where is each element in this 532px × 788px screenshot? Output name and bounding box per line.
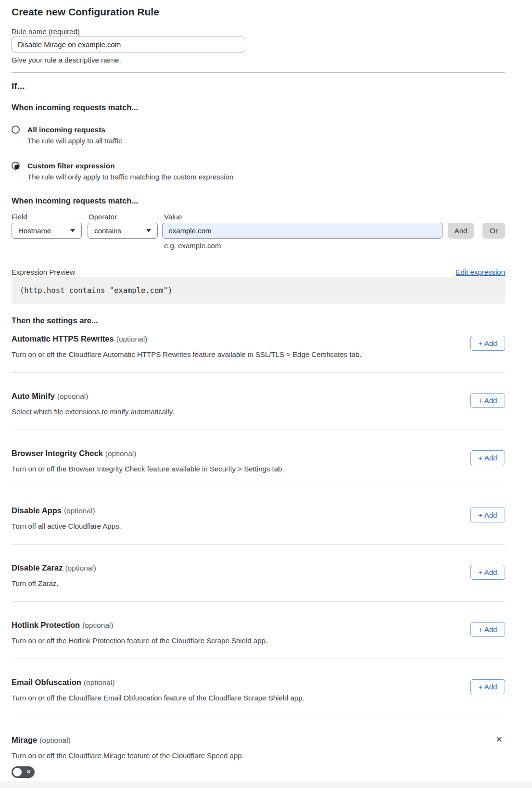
optional-suffix: (optional) bbox=[116, 335, 148, 343]
optional-suffix: (optional) bbox=[57, 392, 89, 400]
add-button[interactable]: + Add bbox=[470, 622, 505, 637]
add-button[interactable]: + Add bbox=[470, 679, 505, 694]
setting-name: Email Obfuscation bbox=[12, 678, 81, 686]
toggle-x-icon: ✕ bbox=[26, 769, 31, 775]
setting-title: Hotlink Protection(optional) bbox=[12, 620, 267, 630]
setting-name: Disable Apps bbox=[12, 506, 62, 515]
expression-builder-heading: When incoming requests match... bbox=[12, 196, 505, 205]
radio-description: The rule will apply to all traffic bbox=[27, 137, 122, 145]
optional-suffix: (optional) bbox=[105, 449, 137, 458]
field-select-value: Hostname bbox=[18, 227, 51, 235]
add-button[interactable]: + Add bbox=[470, 508, 505, 522]
footer-band bbox=[0, 781, 532, 788]
value-input[interactable] bbox=[162, 223, 443, 239]
setting-description: Turn on or off the Cloudflare Automatic … bbox=[12, 350, 361, 359]
chevron-down-icon bbox=[146, 229, 151, 232]
page-title: Create new Configuration Rule bbox=[12, 6, 505, 18]
rule-name-label: Rule name (required) bbox=[12, 27, 505, 36]
setting-row-auto-minify: Auto Minify(optional) Select which file … bbox=[12, 373, 505, 430]
setting-description: Turn off Zaraz. bbox=[12, 579, 96, 588]
field-column-label: Field bbox=[12, 213, 83, 221]
optional-suffix: (optional) bbox=[64, 507, 95, 515]
optional-suffix: (optional) bbox=[39, 736, 71, 744]
radio-button-icon[interactable] bbox=[12, 126, 20, 134]
setting-info: Hotlink Protection(optional) Turn on or … bbox=[12, 620, 267, 645]
operator-select[interactable]: contains bbox=[88, 223, 158, 239]
field-select[interactable]: Hostname bbox=[12, 223, 82, 239]
setting-title: Disable Zaraz(optional) bbox=[12, 563, 96, 573]
setting-title: Browser Integrity Check(optional) bbox=[12, 448, 284, 458]
radio-label: Custom filter expression bbox=[27, 161, 233, 170]
radio-button-icon[interactable] bbox=[12, 162, 20, 170]
add-button[interactable]: + Add bbox=[470, 336, 505, 351]
setting-name: Automatic HTTPS Rewrites bbox=[12, 334, 114, 343]
and-button[interactable]: And bbox=[448, 223, 474, 239]
setting-description: Turn on or off the Hotlink Protection fe… bbox=[12, 636, 267, 645]
settings-heading: Then the settings are... bbox=[12, 316, 505, 325]
rule-name-input[interactable] bbox=[12, 37, 245, 52]
if-heading: If... bbox=[12, 81, 505, 91]
setting-row-disable-apps: Disable Apps(optional) Turn off all acti… bbox=[12, 487, 505, 545]
expression-preview-label: Expression Preview bbox=[12, 268, 75, 276]
setting-info: Automatic HTTPS Rewrites(optional) Turn … bbox=[12, 334, 361, 359]
setting-row-email-obfuscation: Email Obfuscation(optional) Turn on or o… bbox=[12, 659, 505, 716]
radio-custom-filter-expression[interactable]: Custom filter expression The rule will o… bbox=[12, 161, 505, 181]
operator-column-label: Operator bbox=[89, 213, 160, 221]
setting-description: Turn off all active Cloudflare Apps. bbox=[12, 522, 121, 531]
setting-row-automatic-https-rewrites: Automatic HTTPS Rewrites(optional) Turn … bbox=[12, 325, 505, 373]
or-button[interactable]: Or bbox=[482, 223, 505, 239]
optional-suffix: (optional) bbox=[65, 564, 96, 572]
add-button[interactable]: + Add bbox=[470, 565, 505, 580]
mirage-toggle-off[interactable]: ✕ bbox=[12, 766, 35, 778]
radio-label: All incoming requests bbox=[27, 125, 122, 134]
edit-expression-link[interactable]: Edit expression bbox=[456, 268, 505, 276]
setting-info: Disable Zaraz(optional) Turn off Zaraz. bbox=[12, 563, 96, 588]
expression-builder-row: Hostname contains And Or bbox=[12, 223, 505, 239]
setting-info: Auto Minify(optional) Select which file … bbox=[12, 391, 174, 416]
setting-title: Auto Minify(optional) bbox=[12, 391, 174, 401]
setting-name: Browser Integrity Check bbox=[12, 449, 103, 458]
builder-column-labels: Field Operator Value bbox=[12, 213, 505, 221]
setting-description: Turn on or off the Cloudflare Mirage fea… bbox=[12, 751, 505, 760]
optional-suffix: (optional) bbox=[84, 678, 115, 686]
close-icon[interactable]: ✕ bbox=[496, 736, 503, 744]
incoming-requests-match-heading: When incoming requests match... bbox=[12, 103, 505, 112]
setting-info: Email Obfuscation(optional) Turn on or o… bbox=[12, 677, 304, 702]
setting-title: Email Obfuscation(optional) bbox=[12, 677, 304, 687]
optional-suffix: (optional) bbox=[82, 621, 114, 629]
add-button[interactable]: + Add bbox=[470, 393, 505, 408]
chevron-down-icon bbox=[70, 229, 75, 232]
setting-name: Mirage bbox=[12, 736, 37, 744]
setting-name: Hotlink Protection bbox=[12, 621, 80, 629]
setting-name: Auto Minify bbox=[12, 392, 55, 400]
expression-preview-box: (http.host contains "example.com") bbox=[12, 277, 505, 304]
setting-info: Browser Integrity Check(optional) Turn o… bbox=[12, 448, 284, 473]
settings-list: Automatic HTTPS Rewrites(optional) Turn … bbox=[12, 325, 505, 778]
operator-select-value: contains bbox=[94, 227, 121, 235]
add-button[interactable]: + Add bbox=[470, 450, 505, 465]
setting-description: Turn on or off the Browser Integrity Che… bbox=[12, 465, 284, 473]
setting-description: Turn on or off the Cloudflare Email Obfu… bbox=[12, 694, 304, 702]
section-divider bbox=[12, 72, 505, 73]
expression-preview-header: Expression Preview Edit expression bbox=[12, 268, 505, 276]
setting-title: Mirage(optional) bbox=[12, 735, 71, 745]
setting-info: Disable Apps(optional) Turn off all acti… bbox=[12, 506, 121, 531]
setting-name: Disable Zaraz bbox=[12, 563, 63, 572]
toggle-knob bbox=[13, 768, 22, 776]
value-helper-text: e.g. example.com bbox=[164, 241, 505, 250]
setting-row-disable-zaraz: Disable Zaraz(optional) Turn off Zaraz. … bbox=[12, 545, 505, 602]
setting-row-hotlink-protection: Hotlink Protection(optional) Turn on or … bbox=[12, 602, 505, 659]
mirage-title-row: Mirage(optional) ✕ bbox=[12, 735, 505, 745]
expression-code: (http.host contains "example.com") bbox=[20, 286, 172, 295]
create-configuration-rule-form: Create new Configuration Rule Rule name … bbox=[0, 6, 532, 778]
setting-title: Disable Apps(optional) bbox=[12, 506, 121, 516]
setting-row-mirage: Mirage(optional) ✕ Turn on or off the Cl… bbox=[12, 716, 505, 778]
radio-all-incoming-requests[interactable]: All incoming requests The rule will appl… bbox=[12, 125, 505, 145]
rule-name-helper: Give your rule a descriptive name. bbox=[12, 56, 505, 64]
setting-title: Automatic HTTPS Rewrites(optional) bbox=[12, 334, 361, 344]
radio-texts: All incoming requests The rule will appl… bbox=[27, 125, 122, 145]
radio-texts: Custom filter expression The rule will o… bbox=[27, 161, 233, 181]
setting-description: Select which file extensions to minify a… bbox=[12, 407, 174, 416]
radio-description: The rule will only apply to traffic matc… bbox=[27, 173, 233, 181]
value-column-label: Value bbox=[164, 213, 449, 221]
